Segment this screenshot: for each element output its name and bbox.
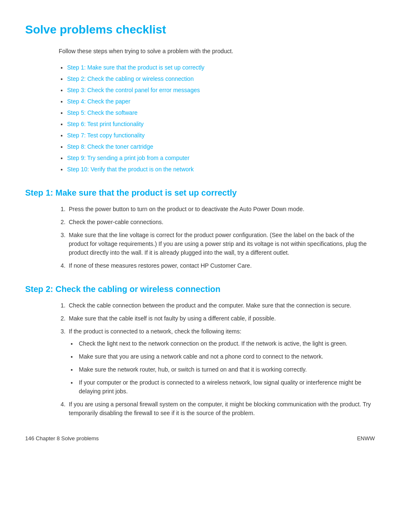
- toc-link[interactable]: Step 9: Try sending a print job from a c…: [67, 155, 190, 161]
- toc-item: Step 9: Try sending a print job from a c…: [67, 154, 375, 163]
- toc-item: Step 5: Check the software: [67, 108, 375, 117]
- toc-item: Step 10: Verify that the product is on t…: [67, 165, 375, 174]
- toc-link[interactable]: Step 7: Test copy functionality: [67, 132, 145, 139]
- section: Step 2: Check the cabling or wireless co…: [25, 283, 375, 418]
- toc-item: Step 2: Check the cabling or wireless co…: [67, 75, 375, 83]
- step-item: Make sure that the line voltage is corre…: [67, 231, 375, 257]
- toc-link[interactable]: Step 2: Check the cabling or wireless co…: [67, 75, 194, 82]
- toc-item: Step 1: Make sure that the product is se…: [67, 63, 375, 72]
- toc-link[interactable]: Step 5: Check the software: [67, 109, 138, 116]
- sub-bullet-item: Check the light next to the network conn…: [77, 339, 375, 348]
- step-item: Check the cable connection between the p…: [67, 301, 375, 310]
- toc-link[interactable]: Step 1: Make sure that the product is se…: [67, 64, 205, 71]
- sub-bullet-item: If your computer or the product is conne…: [77, 378, 375, 396]
- toc-item: Step 8: Check the toner cartridge: [67, 142, 375, 151]
- toc-link[interactable]: Step 10: Verify that the product is on t…: [67, 166, 194, 173]
- step-item: Check the power-cable connections.: [67, 218, 375, 227]
- section: Step 1: Make sure that the product is se…: [25, 186, 375, 270]
- toc-list: Step 1: Make sure that the product is se…: [59, 63, 375, 174]
- section-steps: Press the power button to turn on the pr…: [59, 205, 375, 270]
- step-item: Press the power button to turn on the pr…: [67, 205, 375, 214]
- step-item: Make sure that the cable itself is not f…: [67, 314, 375, 323]
- footer-left: 146 Chapter 8 Solve problems: [25, 434, 99, 443]
- toc-item: Step 7: Test copy functionality: [67, 131, 375, 140]
- sub-bullet-item: Make sure the network router, hub, or sw…: [77, 365, 375, 374]
- toc-item: Step 6: Test print functionality: [67, 120, 375, 129]
- page-footer: 146 Chapter 8 Solve problems ENWW: [25, 434, 375, 443]
- toc-link[interactable]: Step 6: Test print functionality: [67, 121, 144, 127]
- section-title: Step 2: Check the cabling or wireless co…: [25, 283, 375, 295]
- step-item: If none of these measures restores power…: [67, 261, 375, 270]
- toc-item: Step 3: Check the control panel for erro…: [67, 86, 375, 95]
- toc-link[interactable]: Step 4: Check the paper: [67, 98, 130, 105]
- sub-bullet-item: Make sure that you are using a network c…: [77, 352, 375, 361]
- footer-right: ENWW: [357, 434, 375, 443]
- toc-link[interactable]: Step 8: Check the toner cartridge: [67, 143, 153, 150]
- page-title: Solve problems checklist: [25, 21, 375, 39]
- toc-link[interactable]: Step 3: Check the control panel for erro…: [67, 87, 200, 93]
- section-steps: Check the cable connection between the p…: [59, 301, 375, 418]
- table-of-contents: Step 1: Make sure that the product is se…: [59, 63, 375, 174]
- step-item: If you are using a personal firewall sys…: [67, 400, 375, 418]
- section-title: Step 1: Make sure that the product is se…: [25, 186, 375, 199]
- intro-text: Follow these steps when trying to solve …: [59, 47, 375, 56]
- step-item: If the product is connected to a network…: [67, 327, 375, 396]
- toc-item: Step 4: Check the paper: [67, 97, 375, 106]
- sub-bullet-list: Check the light next to the network conn…: [77, 339, 375, 396]
